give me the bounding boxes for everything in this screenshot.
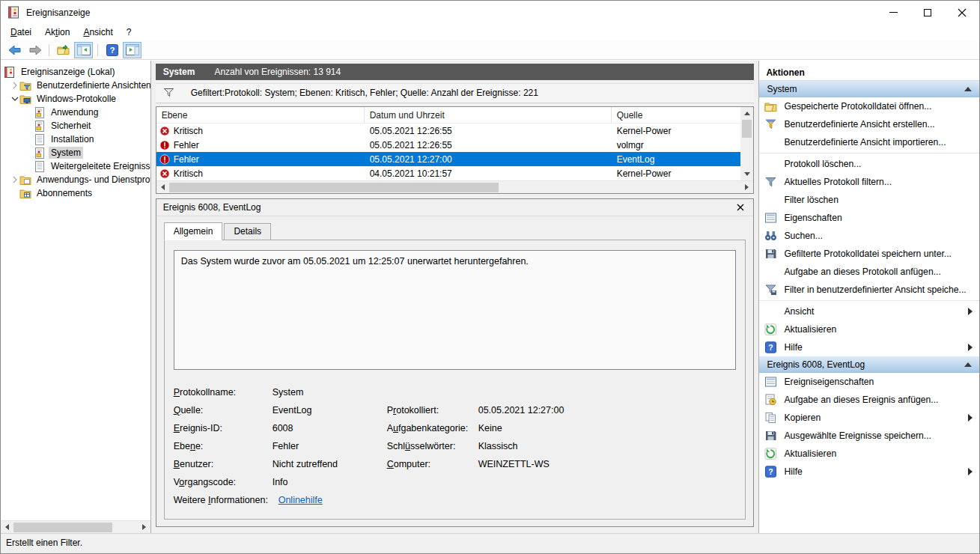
event-level: Fehler — [174, 154, 199, 165]
field-value-quelle: EventLog — [273, 405, 387, 416]
save-filter-icon — [764, 284, 777, 296]
onlinehilfe-link[interactable]: Onlinehilfe — [279, 495, 323, 505]
help-button[interactable]: ? — [103, 42, 121, 58]
event-row[interactable]: Kritisch 05.05.2021 12:26:55 Kernel-Powe… — [156, 124, 741, 138]
event-list-vertical-scrollbar[interactable] — [740, 107, 753, 180]
preview-close-button[interactable] — [734, 201, 746, 213]
event-datetime: 05.05.2021 12:26:55 — [365, 140, 612, 150]
scroll-left-arrow[interactable] — [1, 521, 13, 534]
submenu-arrow-icon — [968, 344, 973, 351]
action-attach-task-to-log[interactable]: Aufgabe an dieses Protokoll anfügen... — [759, 263, 979, 281]
tree-item-system[interactable]: System — [1, 146, 150, 159]
toolbar-separator — [97, 44, 98, 56]
no-icon — [764, 266, 777, 278]
menu-aktion[interactable]: Aktion — [38, 25, 76, 40]
tree-item-apps-services[interactable]: Anwendungs- und Dienstprotokolle — [1, 173, 150, 186]
action-refresh[interactable]: Aktualisieren — [759, 320, 979, 338]
action-open-saved-log[interactable]: Gespeicherte Protokolldatei öffnen... — [759, 97, 979, 115]
event-log-icon — [34, 147, 46, 159]
forward-button[interactable] — [25, 42, 44, 58]
action-pane-toggle[interactable] — [123, 42, 141, 58]
chevron-right-icon — [12, 176, 18, 183]
column-header-level[interactable]: Ebene — [156, 107, 365, 123]
svg-text:?: ? — [769, 467, 773, 476]
action-event-properties[interactable]: Ereigniseigenschaften — [759, 373, 979, 391]
forward-icon — [28, 45, 42, 55]
action-save-filter-to-custom-view[interactable]: Filter in benutzerdefinierter Ansicht sp… — [759, 281, 979, 299]
tree-item-anwendung[interactable]: Anwendung — [1, 106, 150, 119]
action-clear-log[interactable]: Protokoll löschen... — [759, 155, 979, 173]
export-log-button[interactable] — [54, 42, 73, 58]
field-value-protokolliert: 05.05.2021 12:27:00 — [478, 405, 737, 416]
action-save-selected-events[interactable]: Ausgewählte Ereignisse speichern... — [759, 427, 979, 445]
minimize-button[interactable] — [876, 1, 910, 24]
scrollbar-thumb[interactable] — [169, 183, 499, 192]
tree-item-installation[interactable]: Installation — [1, 133, 150, 146]
tree-horizontal-scrollbar[interactable] — [1, 520, 150, 533]
tab-details[interactable]: Details — [224, 223, 271, 240]
event-description[interactable]: Das System wurde zuvor am 05.05.2021 um … — [174, 250, 737, 370]
menu-datei[interactable]: Datei — [4, 25, 38, 40]
event-level: Kritisch — [174, 168, 203, 179]
scroll-down-arrow[interactable] — [740, 168, 753, 180]
scrollbar-thumb[interactable] — [742, 120, 752, 138]
field-value-vorgangscode: Info — [273, 477, 387, 487]
event-row[interactable]: Fehler 05.05.2021 12:26:55 volmgr — [156, 138, 741, 152]
action-filter-current-log[interactable]: Aktuelles Protokoll filtern... — [759, 173, 979, 191]
console-tree-toggle[interactable] — [74, 42, 93, 58]
action-refresh-event[interactable]: Aktualisieren — [759, 445, 979, 463]
action-help-event[interactable]: ? Hilfe — [759, 463, 979, 481]
console-tree-panel: Ereignisanzeige (Lokal) Benutzerdefinier… — [1, 61, 151, 533]
event-preview-pane: Ereignis 6008, EventLog Allgemein Detail… — [156, 198, 755, 527]
action-find[interactable]: Suchen... — [759, 227, 979, 245]
action-attach-task-to-event[interactable]: Aufgabe an dieses Ereignis anfügen... — [759, 391, 979, 409]
event-list-horizontal-scrollbar[interactable] — [156, 180, 754, 193]
tree-item-custom-views[interactable]: Benutzerdefinierte Ansichten — [1, 79, 150, 92]
filter-notice-bar[interactable]: Gefiltert:Protokoll: System; Ebenen: Kri… — [156, 83, 755, 103]
tab-allgemein[interactable]: Allgemein — [164, 222, 223, 240]
close-button[interactable] — [945, 1, 979, 24]
event-properties: Protokollname: System Quelle: EventLog P… — [174, 383, 737, 509]
field-label-vorgangscode: Vorgangscode: — [174, 477, 273, 487]
field-label-aufgabenkategorie: Aufgabenkategorie: — [387, 423, 478, 433]
submenu-arrow-icon — [968, 468, 973, 475]
action-create-custom-view[interactable]: Benutzerdefinierte Ansicht erstellen... — [759, 115, 979, 133]
scroll-up-arrow[interactable] — [740, 107, 753, 120]
scroll-left-arrow[interactable] — [156, 181, 169, 194]
save-icon — [764, 248, 777, 260]
field-label-ereignis-id: Ereignis-ID: — [174, 423, 273, 433]
filter-icon — [764, 176, 777, 188]
folder-filter-icon — [19, 80, 31, 91]
action-properties[interactable]: Eigenschaften — [759, 209, 979, 227]
action-clear-filter[interactable]: Filter löschen — [759, 191, 979, 209]
tree-item-abonnements[interactable]: Abonnements — [1, 186, 150, 200]
menu-ansicht[interactable]: Ansicht — [76, 25, 119, 40]
actions-group-event-header[interactable]: Ereignis 6008, EventLog — [759, 356, 979, 373]
tree-item-windows-logs[interactable]: Windows-Protokolle — [1, 92, 150, 106]
tree-item-sicherheit[interactable]: Sicherheit — [1, 119, 150, 133]
event-row[interactable]: Kritisch 04.05.2021 10:21:57 Kernel-Powe… — [156, 166, 741, 180]
menu-help[interactable]: ? — [120, 25, 139, 40]
field-label-protokollname: Protokollname: — [174, 387, 273, 398]
help-icon: ? — [764, 466, 777, 478]
back-button[interactable] — [5, 42, 24, 58]
maximize-button[interactable] — [910, 1, 945, 24]
tree-item-weitergeleitete[interactable]: Weitergeleitete Ereignisse — [1, 159, 150, 173]
scroll-right-arrow[interactable] — [740, 181, 753, 194]
action-save-filtered-log[interactable]: Gefilterte Protokolldatei speichern unte… — [759, 245, 979, 263]
column-header-source[interactable]: Quelle — [612, 107, 741, 123]
menu-bar: Datei Aktion Ansicht ? — [1, 24, 979, 40]
scrollbar-thumb[interactable] — [13, 523, 112, 532]
event-row-selected[interactable]: Fehler 05.05.2021 12:27:00 EventLog — [156, 152, 741, 166]
field-label-schluesselwoerter: Schlüsselwörter: — [387, 441, 478, 451]
actions-group-system-header[interactable]: System — [759, 81, 979, 97]
column-header-datetime[interactable]: Datum und Uhrzeit — [365, 107, 612, 123]
action-import-custom-view[interactable]: Benutzerdefinierte Ansicht importieren..… — [759, 133, 979, 151]
scroll-right-arrow[interactable] — [138, 521, 150, 534]
action-view-submenu[interactable]: Ansicht — [759, 302, 979, 320]
log-file-icon — [34, 134, 46, 145]
tree-item-root[interactable]: Ereignisanzeige (Lokal) — [1, 65, 150, 79]
action-copy[interactable]: Kopieren — [759, 409, 979, 427]
field-label-weitere-informationen: Weitere Informationen: — [174, 495, 279, 505]
action-help[interactable]: ? Hilfe — [759, 338, 979, 356]
